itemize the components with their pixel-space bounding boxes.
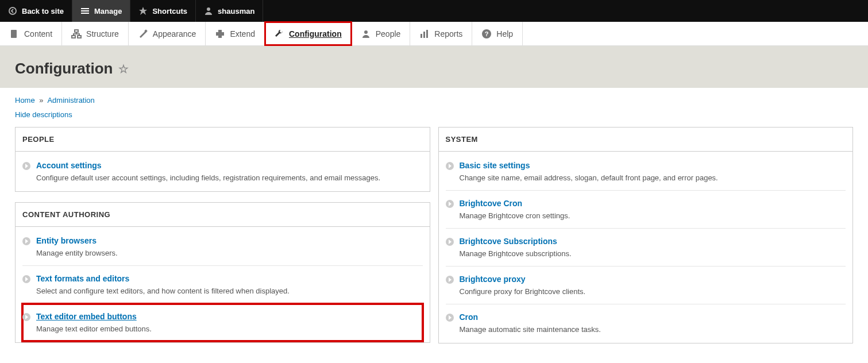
- svg-rect-9: [78, 36, 81, 38]
- link-text-editor-embed-buttons[interactable]: Text editor embed buttons: [36, 312, 137, 321]
- svg-text:?: ?: [485, 30, 489, 37]
- chevron-right-icon: [446, 276, 454, 284]
- top-toolbar: Back to site Manage Shortcuts shausman: [0, 0, 868, 22]
- svg-rect-12: [421, 34, 422, 38]
- menu-extend[interactable]: Extend: [206, 22, 265, 45]
- menu-structure[interactable]: Structure: [62, 22, 129, 45]
- menu-content[interactable]: Content: [0, 22, 62, 45]
- svg-rect-2: [81, 10, 89, 11]
- svg-marker-4: [139, 7, 147, 15]
- cfg-brightcove-subscriptions: Brightcove Subscriptions Manage Brightco…: [446, 229, 846, 267]
- back-to-site-label: Back to site: [22, 7, 64, 16]
- help-icon: ?: [481, 29, 492, 39]
- menu-configuration-label: Configuration: [289, 29, 342, 38]
- desc-basic-site-settings: Change site name, email address, slogan,…: [460, 173, 846, 182]
- user-menu-button[interactable]: shausman: [196, 0, 263, 22]
- svg-marker-20: [25, 315, 28, 319]
- panel-content-authoring-title: CONTENT AUTHORING: [16, 203, 430, 227]
- menu-configuration[interactable]: Configuration: [265, 22, 352, 45]
- menu-content-label: Content: [24, 29, 52, 38]
- svg-rect-3: [81, 13, 89, 14]
- username-label: shausman: [218, 7, 254, 16]
- right-column: SYSTEM Basic site settings Change site n…: [438, 127, 854, 354]
- content-wrap: Home » Administration Hide descriptions …: [0, 88, 868, 363]
- desc-cron: Manage automatic site maintenance tasks.: [460, 325, 846, 334]
- extend-icon: [215, 29, 225, 39]
- content-icon: [9, 29, 20, 39]
- wrench-icon: [274, 29, 284, 39]
- structure-icon: [71, 29, 82, 39]
- cfg-brightcove-proxy: Brightcove proxy Configure proxy for Bri…: [446, 267, 846, 304]
- chevron-right-icon: [22, 275, 30, 283]
- menu-structure-label: Structure: [86, 29, 119, 38]
- cfg-cron: Cron Manage automatic site maintenance t…: [446, 304, 846, 342]
- reports-icon: [419, 29, 430, 39]
- svg-rect-8: [72, 36, 75, 38]
- desc-brightcove-subscriptions: Manage Brightcove subscriptions.: [460, 249, 846, 258]
- svg-point-0: [9, 7, 16, 14]
- svg-marker-23: [449, 240, 452, 244]
- cfg-brightcove-cron: Brightcove Cron Manage Brightcove cron s…: [446, 191, 846, 229]
- chevron-right-icon: [446, 162, 454, 170]
- chevron-right-icon: [446, 314, 454, 322]
- panel-people-title: PEOPLE: [16, 128, 430, 152]
- back-to-site-button[interactable]: Back to site: [0, 0, 72, 22]
- menu-appearance-label: Appearance: [153, 29, 196, 38]
- appearance-icon: [138, 29, 148, 39]
- chevron-right-icon: [22, 162, 30, 170]
- menu-appearance[interactable]: Appearance: [129, 22, 206, 45]
- svg-marker-17: [25, 164, 28, 168]
- link-brightcove-cron[interactable]: Brightcove Cron: [460, 199, 523, 208]
- page-title: Configuration ☆: [15, 60, 853, 78]
- cfg-basic-site-settings: Basic site settings Change site name, em…: [446, 153, 846, 191]
- manage-label: Manage: [94, 7, 122, 16]
- svg-marker-19: [25, 277, 28, 281]
- desc-entity-browsers: Manage entity browsers.: [36, 249, 423, 257]
- chevron-right-icon: [446, 238, 454, 246]
- link-entity-browsers[interactable]: Entity browsers: [36, 236, 97, 245]
- svg-rect-6: [11, 30, 17, 38]
- menu-extend-label: Extend: [230, 29, 255, 38]
- panel-system: SYSTEM Basic site settings Change site n…: [438, 127, 854, 343]
- hide-descriptions-link[interactable]: Hide descriptions: [15, 110, 72, 119]
- cfg-account-settings: Account settings Configure default user …: [22, 153, 423, 190]
- breadcrumb-home[interactable]: Home: [15, 96, 35, 105]
- favorite-star-icon[interactable]: ☆: [118, 62, 129, 76]
- link-cron[interactable]: Cron: [460, 312, 479, 322]
- link-account-settings[interactable]: Account settings: [36, 161, 102, 170]
- menu-reports-label: Reports: [434, 29, 462, 38]
- shortcuts-button[interactable]: Shortcuts: [130, 0, 196, 22]
- left-column: PEOPLE Account settings Configure defaul…: [15, 127, 430, 353]
- cfg-text-editor-embed-buttons: Text editor embed buttons Manage text ed…: [22, 304, 423, 341]
- menu-reports[interactable]: Reports: [410, 22, 472, 45]
- menu-people[interactable]: People: [352, 22, 411, 45]
- svg-rect-13: [423, 32, 425, 38]
- svg-point-5: [207, 7, 210, 11]
- breadcrumb-sep: »: [37, 96, 45, 105]
- cfg-entity-browsers: Entity browsers Manage entity browsers.: [22, 228, 423, 266]
- svg-rect-1: [81, 8, 89, 9]
- menu-help[interactable]: ? Help: [472, 22, 523, 45]
- link-text-formats[interactable]: Text formats and editors: [36, 274, 129, 283]
- desc-text-editor-embed-buttons: Manage text editor embed buttons.: [36, 325, 423, 333]
- star-icon: [138, 6, 148, 16]
- manage-button[interactable]: Manage: [72, 0, 130, 22]
- svg-marker-22: [449, 202, 452, 206]
- chevron-right-icon: [22, 237, 30, 245]
- hamburger-icon: [80, 6, 90, 16]
- svg-rect-14: [426, 30, 428, 38]
- link-brightcove-subscriptions[interactable]: Brightcove Subscriptions: [460, 237, 557, 246]
- svg-point-11: [364, 30, 368, 34]
- page-header: Configuration ☆: [0, 46, 868, 88]
- people-icon: [361, 29, 371, 39]
- breadcrumb-admin[interactable]: Administration: [47, 96, 94, 105]
- shortcuts-label: Shortcuts: [152, 7, 187, 16]
- link-basic-site-settings[interactable]: Basic site settings: [460, 161, 530, 170]
- desc-brightcove-proxy: Configure proxy for Brightcove clients.: [460, 287, 846, 296]
- link-brightcove-proxy[interactable]: Brightcove proxy: [460, 275, 526, 284]
- cfg-text-formats: Text formats and editors Select and conf…: [22, 266, 423, 304]
- svg-marker-24: [449, 277, 452, 282]
- panel-people: PEOPLE Account settings Configure defaul…: [15, 127, 430, 192]
- desc-brightcove-cron: Manage Brightcove cron settings.: [460, 211, 846, 220]
- panel-content-authoring: CONTENT AUTHORING Entity browsers Manage…: [15, 202, 430, 343]
